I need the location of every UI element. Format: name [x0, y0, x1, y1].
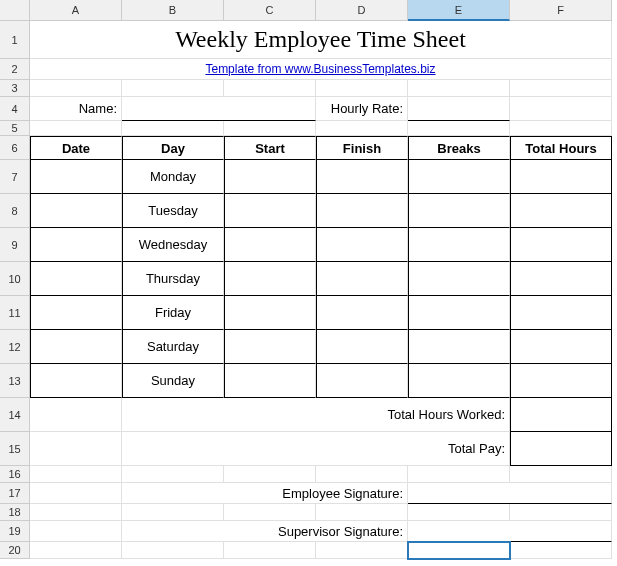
total-pay-label[interactable]: Total Pay: [122, 432, 510, 466]
th-day[interactable]: Day [122, 136, 224, 160]
breaks-fri[interactable] [408, 296, 510, 330]
select-all-corner[interactable] [0, 0, 30, 21]
start-sat[interactable] [224, 330, 316, 364]
name-label[interactable]: Name: [30, 97, 122, 121]
cell-d3[interactable] [316, 80, 408, 97]
breaks-wed[interactable] [408, 228, 510, 262]
total-tue[interactable] [510, 194, 612, 228]
cell-b3[interactable] [122, 80, 224, 97]
cell-b20[interactable] [122, 542, 224, 559]
cell-e18[interactable] [408, 504, 510, 521]
row-header-12[interactable]: 12 [0, 330, 30, 364]
cell-f18[interactable] [510, 504, 612, 521]
cell-a15[interactable] [30, 432, 122, 466]
breaks-tue[interactable] [408, 194, 510, 228]
cell-f3[interactable] [510, 80, 612, 97]
breaks-mon[interactable] [408, 160, 510, 194]
day-tue[interactable]: Tuesday [122, 194, 224, 228]
supervisor-signature-label[interactable]: Supervisor Signature: [122, 521, 408, 542]
row-header-5[interactable]: 5 [0, 121, 30, 136]
selected-cell-e20[interactable] [408, 542, 510, 559]
template-link[interactable]: Template from www.BusinessTemplates.biz [30, 59, 612, 80]
row-header-4[interactable]: 4 [0, 97, 30, 121]
start-wed[interactable] [224, 228, 316, 262]
row-header-13[interactable]: 13 [0, 364, 30, 398]
cell-a18[interactable] [30, 504, 122, 521]
total-sat[interactable] [510, 330, 612, 364]
row-header-7[interactable]: 7 [0, 160, 30, 194]
col-header-e[interactable]: E [408, 0, 510, 21]
cell-a17[interactable] [30, 483, 122, 504]
col-header-c[interactable]: C [224, 0, 316, 21]
row-header-1[interactable]: 1 [0, 21, 30, 59]
finish-mon[interactable] [316, 160, 408, 194]
start-thu[interactable] [224, 262, 316, 296]
row-header-2[interactable]: 2 [0, 59, 30, 80]
total-thu[interactable] [510, 262, 612, 296]
cell-a5[interactable] [30, 121, 122, 136]
day-thu[interactable]: Thursday [122, 262, 224, 296]
employee-signature-line[interactable] [408, 483, 612, 504]
cell-d18[interactable] [316, 504, 408, 521]
cell-c5[interactable] [224, 121, 316, 136]
start-tue[interactable] [224, 194, 316, 228]
row-header-14[interactable]: 14 [0, 398, 30, 432]
day-fri[interactable]: Friday [122, 296, 224, 330]
row-header-15[interactable]: 15 [0, 432, 30, 466]
finish-fri[interactable] [316, 296, 408, 330]
day-wed[interactable]: Wednesday [122, 228, 224, 262]
cell-c20[interactable] [224, 542, 316, 559]
hourly-rate-label[interactable]: Hourly Rate: [316, 97, 408, 121]
cell-a14[interactable] [30, 398, 122, 432]
cell-c16[interactable] [224, 466, 316, 483]
col-header-f[interactable]: F [510, 0, 612, 21]
total-pay-value[interactable] [510, 432, 612, 466]
cell-f4[interactable] [510, 97, 612, 121]
cell-d5[interactable] [316, 121, 408, 136]
row-header-16[interactable]: 16 [0, 466, 30, 483]
th-date[interactable]: Date [30, 136, 122, 160]
cell-d16[interactable] [316, 466, 408, 483]
row-header-19[interactable]: 19 [0, 521, 30, 542]
total-sun[interactable] [510, 364, 612, 398]
row-header-6[interactable]: 6 [0, 136, 30, 160]
cell-a3[interactable] [30, 80, 122, 97]
employee-signature-label[interactable]: Employee Signature: [122, 483, 408, 504]
finish-thu[interactable] [316, 262, 408, 296]
date-sat[interactable] [30, 330, 122, 364]
col-header-d[interactable]: D [316, 0, 408, 21]
row-header-20[interactable]: 20 [0, 542, 30, 559]
day-sun[interactable]: Sunday [122, 364, 224, 398]
date-fri[interactable] [30, 296, 122, 330]
start-sun[interactable] [224, 364, 316, 398]
name-input[interactable] [122, 97, 316, 121]
date-sun[interactable] [30, 364, 122, 398]
finish-tue[interactable] [316, 194, 408, 228]
cell-a19[interactable] [30, 521, 122, 542]
cell-b16[interactable] [122, 466, 224, 483]
date-wed[interactable] [30, 228, 122, 262]
total-hours-worked-label[interactable]: Total Hours Worked: [122, 398, 510, 432]
th-total-hours[interactable]: Total Hours [510, 136, 612, 160]
row-header-8[interactable]: 8 [0, 194, 30, 228]
total-mon[interactable] [510, 160, 612, 194]
date-mon[interactable] [30, 160, 122, 194]
cell-f20[interactable] [510, 542, 612, 559]
day-sat[interactable]: Saturday [122, 330, 224, 364]
finish-sun[interactable] [316, 364, 408, 398]
supervisor-signature-line[interactable] [408, 521, 612, 542]
sheet-title[interactable]: Weekly Employee Time Sheet [30, 21, 612, 59]
row-header-3[interactable]: 3 [0, 80, 30, 97]
finish-sat[interactable] [316, 330, 408, 364]
total-wed[interactable] [510, 228, 612, 262]
row-header-9[interactable]: 9 [0, 228, 30, 262]
cell-c3[interactable] [224, 80, 316, 97]
total-hours-worked-value[interactable] [510, 398, 612, 432]
cell-e16[interactable] [408, 466, 510, 483]
th-start[interactable]: Start [224, 136, 316, 160]
breaks-sun[interactable] [408, 364, 510, 398]
breaks-sat[interactable] [408, 330, 510, 364]
cell-d20[interactable] [316, 542, 408, 559]
date-tue[interactable] [30, 194, 122, 228]
row-header-11[interactable]: 11 [0, 296, 30, 330]
